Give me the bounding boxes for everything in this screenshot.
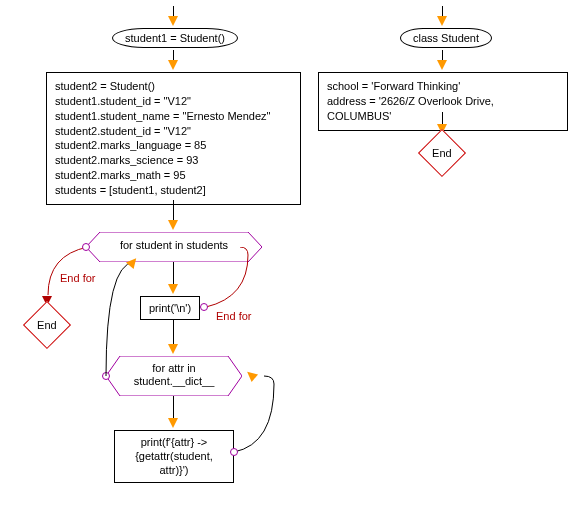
arrow-icon — [437, 60, 447, 70]
code-line: student2.marks_science = 93 — [55, 153, 292, 168]
arrow-icon — [168, 284, 178, 294]
end-diamond-right: End — [418, 129, 466, 177]
code-line: student2.student_id = "V12" — [55, 124, 292, 139]
loopback-arc-inner — [104, 260, 144, 378]
endfor-arc-right — [198, 247, 252, 309]
start-arrow-icon — [168, 16, 178, 26]
endfor-label-right: End for — [216, 310, 251, 322]
endfor-label-left: End for — [60, 272, 95, 284]
code-line: students = [student1, student2] — [55, 183, 292, 198]
terminator-student1: student1 = Student() — [112, 28, 238, 48]
code-line: student2 = Student() — [55, 79, 292, 94]
code-line: school = 'Forward Thinking' — [327, 79, 559, 94]
code-line: student2.marks_math = 95 — [55, 168, 292, 183]
arrow-icon — [168, 344, 178, 354]
print-newline: print('\n') — [140, 296, 200, 320]
arrow-icon — [437, 16, 447, 26]
print-attr: print(f'{attr} -> {getattr(student, attr… — [114, 430, 234, 483]
end-diamond-left: End — [23, 301, 71, 349]
process-assignments: student2 = Student() student1.student_id… — [46, 72, 301, 205]
code-line: address = '2626/Z Overlook Drive, COLUMB… — [327, 94, 559, 124]
terminator-class-student: class Student — [400, 28, 492, 48]
loopback-arc-print — [232, 374, 278, 454]
code-line: student1.student_name = "Ernesto Mendez" — [55, 109, 292, 124]
code-line: student2.marks_language = 85 — [55, 138, 292, 153]
arrow-icon — [168, 220, 178, 230]
process-class-body: school = 'Forward Thinking' address = '2… — [318, 72, 568, 131]
code-line: student1.student_id = "V12" — [55, 94, 292, 109]
arrow-icon — [168, 60, 178, 70]
arrow-icon — [168, 418, 178, 428]
